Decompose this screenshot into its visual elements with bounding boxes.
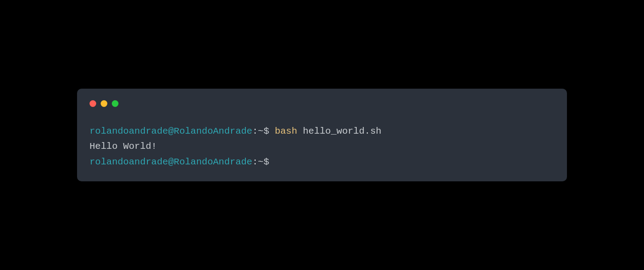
command-argument: hello_world.sh bbox=[303, 126, 381, 136]
command-keyword: bash bbox=[275, 126, 297, 136]
close-icon[interactable] bbox=[90, 100, 96, 107]
maximize-icon[interactable] bbox=[112, 100, 118, 107]
prompt-colon: : bbox=[252, 157, 258, 167]
window-controls bbox=[90, 100, 554, 107]
terminal-line: rolandoandrade@RolandoAndrade:~$ bash he… bbox=[90, 124, 554, 139]
prompt-path: ~ bbox=[258, 157, 264, 167]
prompt-symbol: $ bbox=[264, 157, 269, 167]
terminal-body[interactable]: rolandoandrade@RolandoAndrade:~$ bash he… bbox=[90, 124, 554, 170]
prompt-user: rolandoandrade@RolandoAndrade bbox=[90, 157, 252, 167]
output-text: Hello World! bbox=[90, 141, 157, 151]
minimize-icon[interactable] bbox=[101, 100, 107, 107]
terminal-output-line: Hello World! bbox=[90, 139, 554, 155]
prompt-colon: : bbox=[252, 126, 258, 136]
prompt-path: ~ bbox=[258, 126, 264, 136]
terminal-line: rolandoandrade@RolandoAndrade:~$ bbox=[90, 155, 554, 170]
prompt-symbol: $ bbox=[264, 126, 269, 136]
prompt-user: rolandoandrade@RolandoAndrade bbox=[90, 126, 252, 136]
terminal-window[interactable]: rolandoandrade@RolandoAndrade:~$ bash he… bbox=[77, 89, 567, 182]
